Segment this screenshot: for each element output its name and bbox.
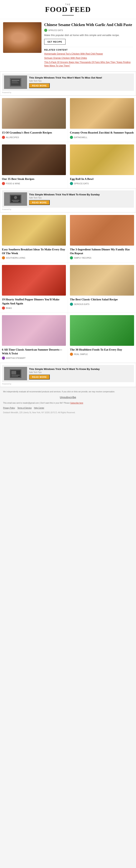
spruce-eats-label-2: SPRUCE EATS [74,182,89,185]
grid-source-stuffed: BH&G [2,307,66,310]
ad-title-3: This Simple Windows Trick You'll Want To… [29,368,132,371]
eatingwell-label: EATINGWELL [74,136,87,138]
grid-source-casserole: ALLRECIPES [2,136,66,139]
footer-unsub-section: Unsubscribe [3,395,133,400]
grid-img-casserole [2,98,66,129]
footer-address: Dotdash Meredith, 225 Liberty St, New Yo… [3,411,133,414]
grid-source-salmon: SIMPLY RECIPES [70,256,134,259]
help-center-link[interactable]: Help Center [34,406,44,410]
hero-source: SPRUCE EATS [44,29,133,32]
related-content: Related Content Homemade General Tso's C… [44,47,133,67]
hero-content: Chinese Sesame Chicken With Garlic And C… [44,22,133,68]
ad-banner-2: This Simple Windows Trick You'll Want To… [0,188,136,212]
ad-banner-1: This Simple Windows Trick You Won't Want… [0,71,136,96]
ad-inner-2: This Simple Windows Trick You'll Want To… [2,190,134,208]
simply-recipes-icon [70,256,73,259]
unsubscribe-label[interactable]: Unsubscribe [60,396,76,399]
header: THE FOOD FEED [0,0,136,19]
grid-title-steak: Our 35 Best Steak Recipes [2,177,66,181]
bhg-label: BH&G [6,307,12,309]
grid-section-1: 15 Of Grandma's Best Casserole Recipes A… [0,96,136,188]
footer-links: Privacy Policy Terms of Service Help Cen… [3,406,133,410]
hero-description: Make this popular dish at home with this… [44,33,133,37]
real-simple-icon [70,353,73,356]
grid-img-steak [2,145,66,175]
grid-item-desserts[interactable]: 6 All-Time Classic American Summer Desse… [0,313,68,363]
grid-item-salmon[interactable]: The 3-Ingredient Salmon Dinner My Family… [68,213,136,263]
grid-item-zucchini[interactable]: Creamy Oven-Roasted Zucchini & Summer Sq… [68,96,136,142]
eatingwell-icon [70,136,73,139]
ad-text-1: This Simple Windows Trick You Won't Want… [29,76,132,88]
ad-powered-3: Powered by [2,383,134,385]
grid-img-chicken-salad [70,265,134,296]
ad-text-3: This Simple Windows Trick You'll Want To… [29,368,132,379]
allrecipes-icon [2,136,5,139]
grid-img-zucchini [70,98,134,129]
svg-rect-12 [11,371,16,374]
spruce-eats-icon-2 [70,182,73,185]
grid-title-casserole: 15 Of Grandma's Best Casserole Recipes [2,131,66,134]
ad-title-1: This Simple Windows Trick You Won't Want… [29,76,132,79]
grid-source-steak: FOOD & WINE [2,182,66,185]
ad-image-2 [4,192,27,206]
ad-inner-1: This Simple Windows Trick You Won't Want… [2,73,134,91]
ad-source-2: Safe Tech Tips [29,197,132,199]
ad-banner-3: This Simple Windows Trick You'll Want To… [0,363,136,387]
ad-title-2: This Simple Windows Trick You'll Want To… [29,193,132,196]
ad-text-2: This Simple Windows Trick You'll Want To… [29,193,132,205]
ad-inner-3: This Simple Windows Trick You'll Want To… [2,365,134,382]
grid-item-casserole[interactable]: 15 Of Grandma's Best Casserole Recipes A… [0,96,68,142]
hero-title: Chinese Sesame Chicken With Garlic And C… [44,22,133,27]
grid-item-healthiest[interactable]: The 30 Healthiest Foods To Eat Every Day… [68,313,136,363]
svg-rect-2 [12,80,19,81]
svg-rect-3 [12,82,18,82]
subscribe-link[interactable]: Subscribe here [70,402,83,404]
site-logo: FOOD FEED [4,5,132,13]
related-link-2[interactable]: Sichuan Orange Chicken With Red Chiles [44,56,133,60]
bhg-icon [2,307,5,310]
footer-unsub-text: This email was sent to reader@gmail.com … [3,402,133,405]
footer-disclaimer: We independently evaluate all recommende… [3,390,133,393]
grid-source-southern: SOUTHERN LIVING [2,256,66,259]
grid-title-zucchini: Creamy Oven-Roasted Zucchini & Summer Sq… [70,131,134,134]
header-divider [62,15,74,16]
ad-powered-2: Powered by [2,209,134,210]
grid-item-steak[interactable]: Our 35 Best Steak Recipes FOOD & WINE [0,142,68,188]
ad-read-more-2[interactable]: READ MORE [29,200,50,205]
svg-rect-4 [12,83,19,83]
grid-item-eggroll[interactable]: Egg Roll In A Bowl SPRUCE EATS [68,142,136,188]
ad-source-3: Safe Tech Tips [29,371,132,373]
grid-title-southern: Easy Southern Breakfast Ideas To Make Ev… [2,248,66,255]
grid-img-eggroll [70,145,134,175]
martha-stewart-icon [2,356,5,360]
svg-rect-14 [11,376,18,377]
footer: We independently evaluate all recommende… [0,387,136,417]
food-wine-icon [2,182,5,185]
hero-food-image [3,22,42,53]
related-link-3[interactable]: This 5-Pack Of Grocery Bags Has Thousand… [44,61,133,67]
grid-item-chicken-salad[interactable]: The Best Classic Chicken Salad Recipe SE… [68,262,136,313]
allrecipes-label: ALLRECIPES [6,136,19,138]
grid-title-healthiest: The 30 Healthiest Foods To Eat Every Day [70,348,134,351]
grid-img-salmon [70,215,134,246]
hero-source-name: SPRUCE EATS [48,29,63,31]
svg-rect-9 [13,201,19,202]
grid-title-desserts: 6 All-Time Classic American Summer Desse… [2,348,66,355]
ad-read-more-3[interactable]: READ MORE [29,374,50,379]
grid-title-stuffed: 19 Hearty Stuffed Pepper Dinners You'll … [2,298,66,305]
food-wine-label: FOOD & WINE [6,182,20,185]
grid-img-desserts [2,315,66,346]
ad-read-more-1[interactable]: READ MORE [29,83,50,88]
grid-img-southern [2,215,66,246]
serious-eats-label: SERIOUS EATS [74,303,89,305]
terms-link[interactable]: Terms of Service [17,406,31,410]
privacy-policy-link[interactable]: Privacy Policy [3,406,15,410]
serious-eats-icon [70,303,73,306]
related-label: Related Content [44,49,133,51]
related-link-1[interactable]: Homemade General Tso's Chicken With Red … [44,52,133,56]
get-recipe-button[interactable]: GET RECIPE [44,39,65,44]
martha-stewart-label: MARTHA STEWART [6,357,26,359]
grid-title-salmon: The 3-Ingredient Salmon Dinner My Family… [70,248,134,255]
grid-item-stuffed[interactable]: 19 Hearty Stuffed Pepper Dinners You'll … [0,262,68,313]
grid-item-southern[interactable]: Easy Southern Breakfast Ideas To Make Ev… [0,213,68,263]
